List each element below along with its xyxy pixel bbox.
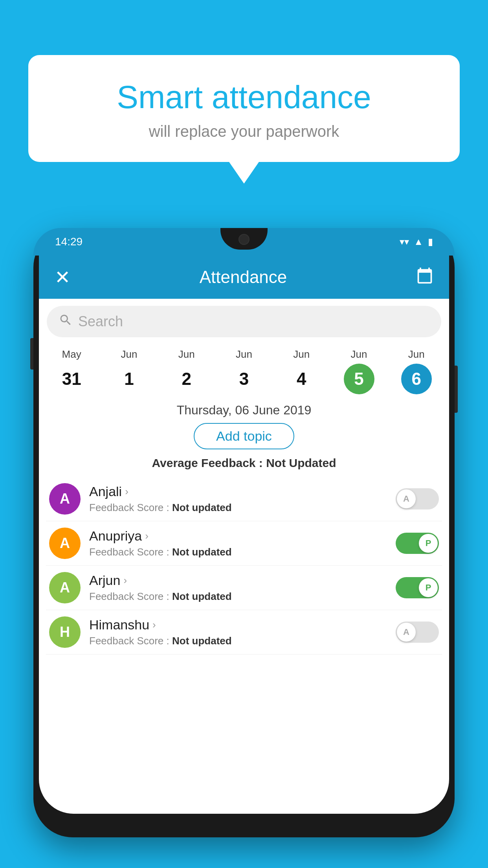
phone-volume-button — [30, 338, 33, 370]
calendar-icon[interactable] — [416, 267, 433, 288]
student-score: Feedback Score : Not updated — [89, 502, 387, 514]
attendance-toggle[interactable]: P — [396, 533, 439, 554]
student-name[interactable]: Anupriya › — [89, 528, 387, 544]
date-item[interactable]: Jun6 — [388, 348, 445, 394]
phone-camera — [238, 234, 250, 245]
date-number: 1 — [114, 364, 144, 394]
signal-icon: ▲ — [414, 236, 423, 247]
date-number: 6 — [401, 364, 432, 394]
chevron-right-icon: › — [125, 485, 128, 498]
attendance-toggle[interactable]: A — [396, 488, 439, 509]
student-list: AAnjali ›Feedback Score : Not updatedAAA… — [39, 477, 449, 655]
phone-power-button — [455, 366, 458, 413]
wifi-icon: ▾▾ — [400, 236, 409, 247]
avatar: A — [49, 483, 81, 515]
student-item: HHimanshu ›Feedback Score : Not updatedA — [46, 610, 442, 655]
student-name[interactable]: Himanshu › — [89, 617, 387, 633]
avatar: A — [49, 572, 81, 603]
phone-frame: 14:29 ▾▾ ▲ ▮ ✕ Attendance — [33, 228, 455, 837]
attendance-toggle[interactable]: A — [396, 622, 439, 643]
date-number: 2 — [171, 364, 202, 394]
student-score: Feedback Score : Not updated — [89, 590, 387, 603]
date-month: Jun — [351, 348, 367, 360]
student-item: AAnupriya ›Feedback Score : Not updatedP — [46, 521, 442, 566]
search-icon — [59, 313, 73, 331]
add-topic-button[interactable]: Add topic — [194, 423, 294, 449]
student-name[interactable]: Arjun › — [89, 573, 387, 588]
student-score: Feedback Score : Not updated — [89, 635, 387, 647]
date-strip: May31Jun1Jun2Jun3Jun4Jun5Jun6 — [39, 344, 449, 394]
toggle-knob: P — [419, 534, 438, 553]
date-item[interactable]: Jun3 — [215, 348, 273, 394]
bubble-subtitle: will replace your paperwork — [52, 123, 436, 140]
date-month: Jun — [236, 348, 252, 360]
status-icons: ▾▾ ▲ ▮ — [400, 236, 433, 247]
chevron-right-icon: › — [152, 619, 156, 631]
close-button[interactable]: ✕ — [55, 266, 70, 288]
search-placeholder: Search — [78, 313, 123, 330]
app-header: ✕ Attendance — [39, 256, 449, 299]
avatar: A — [49, 528, 81, 559]
date-month: Jun — [121, 348, 137, 360]
search-bar[interactable]: Search — [47, 306, 441, 337]
date-item[interactable]: Jun4 — [273, 348, 330, 394]
status-time: 14:29 — [55, 235, 83, 248]
page-title: Attendance — [70, 267, 416, 287]
date-month: May — [62, 348, 81, 360]
date-month: Jun — [293, 348, 310, 360]
student-item: AArjun ›Feedback Score : Not updatedP — [46, 566, 442, 610]
date-item[interactable]: Jun2 — [158, 348, 215, 394]
battery-icon: ▮ — [428, 236, 433, 247]
date-item[interactable]: Jun5 — [330, 348, 387, 394]
student-score: Feedback Score : Not updated — [89, 546, 387, 558]
date-month: Jun — [408, 348, 425, 360]
student-info: Himanshu ›Feedback Score : Not updated — [89, 617, 387, 647]
phone-container: 14:29 ▾▾ ▲ ▮ ✕ Attendance — [33, 228, 455, 868]
toggle-knob: A — [397, 489, 416, 508]
date-number: 4 — [286, 364, 317, 394]
date-item[interactable]: Jun1 — [100, 348, 158, 394]
toggle-knob: P — [419, 578, 438, 597]
avatar: H — [49, 616, 81, 648]
avg-feedback: Average Feedback : Not Updated — [39, 456, 449, 470]
toggle-knob: A — [397, 623, 416, 642]
speech-bubble-container: Smart attendance will replace your paper… — [28, 55, 460, 162]
avg-feedback-prefix: Average Feedback : — [152, 456, 266, 469]
attendance-toggle[interactable]: P — [396, 577, 439, 598]
student-info: Arjun ›Feedback Score : Not updated — [89, 573, 387, 603]
student-info: Anupriya ›Feedback Score : Not updated — [89, 528, 387, 558]
date-number: 5 — [344, 364, 374, 394]
speech-bubble: Smart attendance will replace your paper… — [28, 55, 460, 162]
student-item: AAnjali ›Feedback Score : Not updatedA — [46, 477, 442, 521]
date-item[interactable]: May31 — [43, 348, 100, 394]
date-number: 31 — [56, 364, 87, 394]
student-name[interactable]: Anjali › — [89, 484, 387, 499]
chevron-right-icon: › — [145, 530, 149, 542]
student-info: Anjali ›Feedback Score : Not updated — [89, 484, 387, 514]
selected-date-label: Thursday, 06 June 2019 — [39, 403, 449, 417]
phone-screen: ✕ Attendance Search — [39, 256, 449, 814]
bubble-title: Smart attendance — [52, 79, 436, 116]
chevron-right-icon: › — [123, 574, 127, 587]
date-number: 3 — [229, 364, 259, 394]
avg-feedback-value: Not Updated — [266, 456, 336, 469]
date-month: Jun — [178, 348, 195, 360]
